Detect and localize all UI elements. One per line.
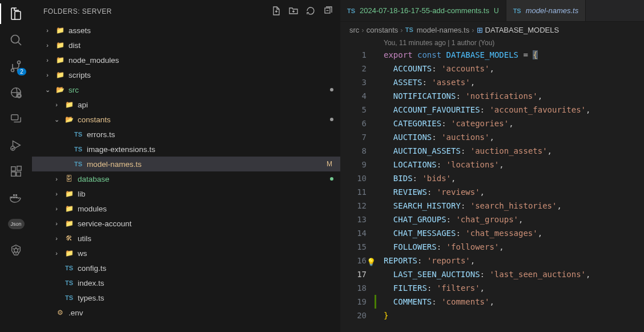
line-number: 3 <box>340 75 367 89</box>
file-row[interactable]: TSimage-extensions.ts <box>32 142 340 157</box>
folder-row[interactable]: ›📁assets <box>32 23 340 38</box>
chat-icon[interactable] <box>8 111 24 127</box>
chevron-icon[interactable]: › <box>53 205 61 212</box>
folder-icon: 📁 <box>64 205 74 213</box>
tree-item-label: service-account <box>78 219 333 228</box>
new-folder-icon[interactable] <box>289 6 298 17</box>
breadcrumb-part[interactable]: src <box>349 26 359 34</box>
chevron-icon[interactable]: › <box>43 42 51 49</box>
json-ext-icon[interactable]: Json <box>8 216 24 232</box>
chevron-right-icon: › <box>472 26 474 34</box>
collapse-all-icon[interactable] <box>323 6 332 17</box>
chevron-icon[interactable]: ⌄ <box>53 116 61 123</box>
ts-file-icon: TS <box>405 26 413 33</box>
code-line[interactable]: NOTIFICATIONS: 'notifications', <box>378 89 644 103</box>
chevron-icon[interactable]: › <box>53 235 61 242</box>
docker-icon[interactable] <box>8 190 24 206</box>
editor-tab[interactable]: TSmodel-names.ts <box>506 0 586 21</box>
line-number: 16💡 <box>340 254 367 267</box>
file-icon: ⚙ <box>55 309 65 317</box>
breadcrumb-symbol[interactable]: DATABASE_MODELS <box>485 26 560 34</box>
folder-row[interactable]: ⌄📂src <box>32 82 340 97</box>
folder-row[interactable]: ›🛠utils <box>32 231 340 246</box>
breadcrumb-part[interactable]: model-names.ts <box>417 26 469 34</box>
code-line[interactable]: REPORTS: 'reports', <box>378 254 644 267</box>
folder-row[interactable]: ⌄📂constants <box>32 112 340 127</box>
scm-icon[interactable]: 2 <box>8 58 24 74</box>
folder-row[interactable]: ›📁api <box>32 97 340 112</box>
code-line[interactable]: CHAT_MESSAGES: 'chat_messages', <box>378 226 644 240</box>
chevron-icon[interactable]: ⌄ <box>43 86 51 94</box>
tab-bar: TS2024-07-18-16-17-55-add-comments.tsUTS… <box>340 0 644 22</box>
code-line[interactable]: FOLLOWERS: 'followers', <box>378 240 644 254</box>
chevron-icon[interactable]: › <box>53 101 61 108</box>
code-line[interactable]: SEARCH_HISTORY: 'search_histories', <box>378 199 644 213</box>
code-line[interactable]: CATEGORIES: 'categories', <box>378 117 644 130</box>
line-number: 8 <box>340 144 367 158</box>
code-line[interactable]: CHAT_GROUPS: 'chat_groups', <box>378 213 644 226</box>
file-row[interactable]: TSindex.ts <box>32 275 340 290</box>
tab-filename: model-names.ts <box>526 6 578 15</box>
code-line[interactable]: BIDS: 'bids', <box>378 171 644 185</box>
tree-item-label: assets <box>69 26 333 35</box>
codelens[interactable]: You, 11 minutes ago | 1 author (You) <box>340 38 644 48</box>
folder-row[interactable]: ›📁dist <box>32 38 340 53</box>
line-number: 10 <box>340 171 367 185</box>
folder-row[interactable]: ›📁scripts <box>32 67 340 82</box>
folder-row[interactable]: ›🗄database <box>32 171 340 186</box>
chevron-icon[interactable]: › <box>43 57 51 63</box>
code-line[interactable]: ACCOUNTS: 'accounts', <box>378 62 644 75</box>
sidebar-title: FOLDERS: SERVER <box>43 7 112 15</box>
chevron-icon[interactable]: › <box>53 190 61 197</box>
tree-item-label: node_modules <box>69 56 333 65</box>
code-line[interactable]: export const DATABASE_MODELS = { <box>378 48 644 62</box>
search-icon[interactable] <box>8 32 24 48</box>
folder-row[interactable]: ›📁ws <box>32 246 340 261</box>
breadcrumb[interactable]: src › constants › TS model-names.ts › ⊞ … <box>340 22 644 38</box>
code-editor[interactable]: 12345678910111213141516💡17181920 export … <box>340 48 644 322</box>
folder-row[interactable]: ›📁node_modules <box>32 53 340 67</box>
folder-icon: 📁 <box>64 249 74 257</box>
file-row[interactable]: TSmodel-names.tsM <box>32 157 340 171</box>
code-lines[interactable]: export const DATABASE_MODELS = { ACCOUNT… <box>378 48 644 322</box>
lightbulb-icon[interactable]: 💡 <box>367 255 376 269</box>
folder-row[interactable]: ›📁service-account <box>32 216 340 231</box>
tree-item-label: errors.ts <box>87 130 333 139</box>
extensions-icon[interactable] <box>8 163 24 179</box>
code-line[interactable]: FILTERS: 'filters', <box>378 281 644 295</box>
folder-row[interactable]: ›📁modules <box>32 201 340 216</box>
file-row[interactable]: TSerrors.ts <box>32 127 340 142</box>
code-line[interactable]: AUCTION_ASSETS: 'auction_assets', <box>378 144 644 158</box>
breadcrumb-part[interactable]: constants <box>367 26 399 34</box>
kubernetes-icon[interactable] <box>8 242 24 258</box>
code-line[interactable]: ACCOUNT_FAVOURITES: 'account_favourites'… <box>378 103 644 117</box>
folder-row[interactable]: ›📁lib <box>32 186 340 201</box>
tree-item-label: database <box>78 175 327 183</box>
line-number: 9 <box>340 158 367 171</box>
file-row[interactable]: ⚙.env <box>32 305 340 320</box>
explorer-icon[interactable] <box>8 6 24 22</box>
debug-icon[interactable] <box>8 137 24 153</box>
chevron-icon[interactable]: › <box>43 27 51 34</box>
chevron-icon[interactable]: › <box>53 250 61 257</box>
editor-tab[interactable]: TS2024-07-18-16-17-55-add-comments.tsU <box>340 0 506 21</box>
ts-file-icon: TS <box>513 7 521 14</box>
code-line[interactable]: COMMENTS: 'comments', <box>378 295 644 309</box>
code-line[interactable]: LOCATIONS: 'locations', <box>378 158 644 171</box>
code-line[interactable]: AUCTIONS: 'auctions', <box>378 130 644 144</box>
file-row[interactable]: TSconfig.ts <box>32 261 340 275</box>
file-tree[interactable]: ›📁assets›📁dist›📁node_modules›📁scripts⌄📂s… <box>32 23 340 332</box>
chevron-icon[interactable]: › <box>53 175 61 182</box>
remote-explorer-icon[interactable] <box>8 85 24 101</box>
new-file-icon[interactable] <box>272 6 281 17</box>
tree-item-label: ws <box>78 249 333 258</box>
refresh-icon[interactable] <box>306 6 315 17</box>
chevron-icon[interactable]: › <box>43 71 51 78</box>
code-line[interactable]: LAST_SEEN_AUCTIONS: 'last_seen_auctions'… <box>378 267 644 281</box>
file-row[interactable]: TStypes.ts <box>32 290 340 305</box>
code-line[interactable]: } <box>378 309 644 322</box>
chevron-icon[interactable]: › <box>53 220 61 227</box>
chevron-right-icon: › <box>361 26 364 34</box>
code-line[interactable]: REVIEWS: 'reviews', <box>378 185 644 199</box>
code-line[interactable]: ASSETS: 'assets', <box>378 75 644 89</box>
